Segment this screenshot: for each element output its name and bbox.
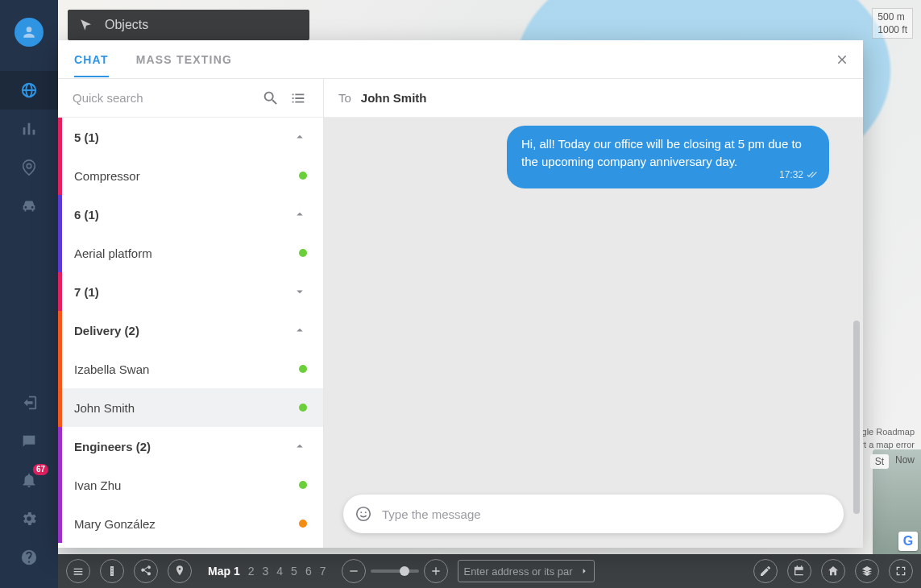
- contact-item[interactable]: Mary González: [58, 504, 323, 543]
- contact-name: Compressor: [74, 169, 140, 183]
- address-input[interactable]: [463, 565, 575, 578]
- map-pages: Map 1 2 3 4 5 6 7: [208, 565, 326, 578]
- minus-icon: [347, 565, 360, 578]
- chat-pane: To John Smith Hi, all! Today our office …: [324, 79, 863, 548]
- bb-traffic[interactable]: [100, 559, 124, 583]
- nav-settings[interactable]: [0, 499, 58, 538]
- nav-vehicles[interactable]: [0, 187, 58, 226]
- map-page-2[interactable]: 2: [248, 565, 255, 578]
- close-button[interactable]: [831, 48, 853, 71]
- address-search[interactable]: [458, 560, 595, 582]
- chat-recipient: John Smith: [361, 91, 427, 105]
- zoom-controls: [342, 559, 448, 583]
- bb-layers2[interactable]: [855, 559, 879, 583]
- nav-help[interactable]: [0, 538, 58, 577]
- contact-item[interactable]: Izabella Swan: [58, 350, 323, 388]
- svg-point-2: [365, 511, 367, 513]
- chat-body[interactable]: Hi, all! Today our office will be closin…: [324, 118, 863, 548]
- car-icon: [20, 197, 38, 215]
- bb-layers[interactable]: [66, 559, 90, 583]
- zoom-in[interactable]: [424, 559, 448, 583]
- objects-panel-header[interactable]: Objects: [68, 10, 309, 40]
- group-title: 7 (1): [74, 285, 99, 299]
- help-icon: [20, 549, 38, 566]
- tab-chat[interactable]: CHAT: [74, 42, 109, 77]
- svg-point-0: [357, 507, 371, 521]
- contact-item[interactable]: Ivan Zhu: [58, 466, 323, 504]
- map-page-5[interactable]: 5: [291, 565, 297, 578]
- nav-chat[interactable]: [0, 422, 58, 461]
- avatar[interactable]: [15, 18, 44, 47]
- chat-scrollbar-thumb[interactable]: [853, 321, 860, 514]
- contact-item[interactable]: Compressor: [58, 156, 323, 195]
- map-page-3[interactable]: 3: [262, 565, 268, 578]
- bb-share[interactable]: [134, 559, 158, 583]
- cursor-icon: [79, 18, 93, 32]
- zoom-slider[interactable]: [371, 569, 419, 573]
- bar-chart-icon: [20, 120, 38, 138]
- message-time: 17:32: [779, 166, 818, 184]
- emoji-icon[interactable]: [355, 505, 372, 523]
- map-attribution: gle Roadmap ort a map error: [856, 425, 915, 451]
- contact-name: Mary González: [74, 517, 156, 531]
- contact-name: Aerial platform: [74, 246, 152, 260]
- search-button[interactable]: [260, 88, 281, 109]
- contact-group: 6 (1)Aerial platform: [58, 195, 323, 272]
- bb-marker[interactable]: [168, 559, 192, 583]
- contact-item[interactable]: John Smith: [58, 388, 323, 427]
- group-header[interactable]: Delivery (2): [58, 311, 323, 350]
- share-icon: [139, 565, 152, 578]
- map-page-4[interactable]: 4: [276, 565, 283, 578]
- status-dot: [299, 404, 307, 412]
- map-page-6[interactable]: 6: [305, 565, 312, 578]
- streetview-label: St: [870, 454, 889, 469]
- map-page-7[interactable]: 7: [320, 565, 326, 578]
- logout-icon: [20, 394, 38, 412]
- map-page-1[interactable]: Map 1: [208, 565, 240, 578]
- message-input[interactable]: [382, 507, 836, 521]
- contact-group: 5 (1)Compressor: [58, 118, 323, 195]
- zoom-out[interactable]: [342, 559, 366, 583]
- search-input[interactable]: [73, 91, 254, 105]
- map-scale-imperial: 1000 ft: [877, 23, 907, 36]
- contact-name: John Smith: [74, 401, 135, 415]
- bb-fullscreen[interactable]: [889, 559, 913, 583]
- contact-name: Izabella Swan: [74, 362, 149, 376]
- left-sidebar: 67: [0, 0, 58, 588]
- bb-draw[interactable]: [753, 559, 778, 583]
- nav-logout[interactable]: [0, 383, 58, 422]
- tab-mass-texting[interactable]: MASS TEXTING: [136, 42, 232, 77]
- nav-places[interactable]: [0, 148, 58, 187]
- group-header[interactable]: 5 (1): [58, 118, 323, 156]
- chevron-right-icon: [579, 565, 589, 577]
- contact-scroll[interactable]: 5 (1)Compressor6 (1)Aerial platform7 (1)…: [58, 118, 323, 548]
- stack-icon: [72, 565, 85, 578]
- chat-header: To John Smith: [324, 79, 863, 118]
- nav-globe[interactable]: [0, 71, 58, 110]
- group-header[interactable]: 6 (1): [58, 195, 323, 234]
- pin-icon: [173, 565, 186, 578]
- group-header[interactable]: 7 (1): [58, 272, 323, 311]
- group-header[interactable]: Engineers (2): [58, 427, 323, 466]
- bb-calendar[interactable]: [787, 559, 811, 583]
- list-toggle-button[interactable]: [288, 88, 309, 109]
- status-dot: [299, 520, 307, 528]
- contact-group: Engineers (2)Ivan ZhuMary González: [58, 427, 323, 543]
- close-icon: [835, 52, 849, 67]
- nav-reports[interactable]: [0, 110, 58, 148]
- bb-home[interactable]: [821, 559, 845, 583]
- contact-group: Delivery (2)Izabella SwanJohn Smith: [58, 311, 323, 427]
- nav-notifications[interactable]: 67: [0, 461, 58, 499]
- calendar-icon: [793, 565, 806, 578]
- search-row: [58, 79, 323, 118]
- layers-icon: [861, 565, 873, 578]
- svg-point-1: [360, 511, 362, 513]
- chat-icon: [20, 433, 38, 450]
- message-text: Hi, all! Today our office will be closin…: [521, 137, 802, 168]
- group-title: 5 (1): [74, 130, 99, 144]
- traffic-icon: [106, 565, 118, 578]
- status-dot: [299, 365, 307, 373]
- objects-title: Objects: [105, 18, 148, 32]
- contact-item[interactable]: Aerial platform: [58, 234, 323, 272]
- contact-name: Ivan Zhu: [74, 478, 121, 492]
